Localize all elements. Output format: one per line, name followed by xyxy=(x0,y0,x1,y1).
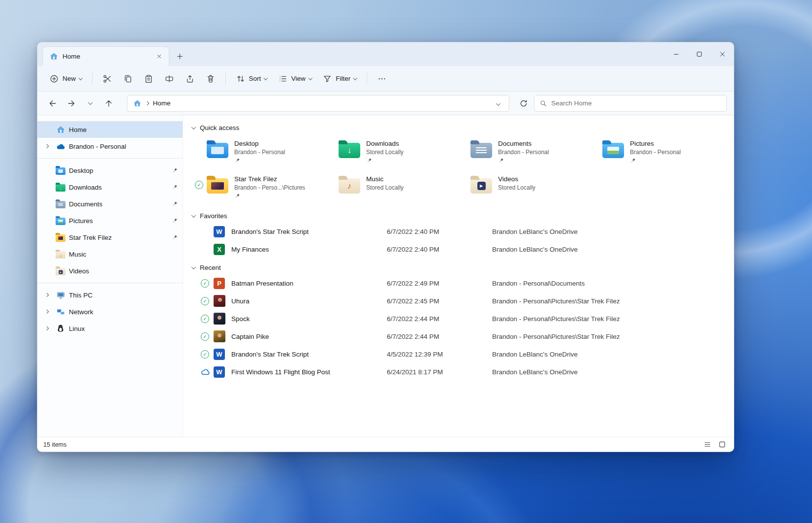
new-label: New xyxy=(62,75,76,82)
expand-chevron[interactable] xyxy=(41,306,52,317)
filter-button[interactable]: Filter xyxy=(317,70,362,88)
file-row[interactable]: ✓ P Batman Presentation 6/7/2022 2:49 PM… xyxy=(190,274,734,292)
large-icons-view-button[interactable] xyxy=(716,439,728,450)
quick-access-tile-music[interactable]: ♪ Music Stored Locally xyxy=(324,173,456,201)
chevron-slot xyxy=(41,232,52,243)
excel-file-icon: X xyxy=(214,244,231,255)
share-icon xyxy=(185,74,195,84)
quick-access-tile-documents[interactable]: Documents Brandon - Personal xyxy=(456,137,588,166)
expand-chevron[interactable] xyxy=(41,290,52,300)
see-more-button[interactable] xyxy=(372,70,392,88)
view-icon xyxy=(278,74,288,84)
navigation-pane: Home Brandon - Personal Desktop ↓ xyxy=(37,115,183,437)
quick-access-tile-pictures[interactable]: Pictures Brandon - Personal xyxy=(588,137,719,166)
quick-access-tile-downloads[interactable]: ↓ Downloads Stored Locally xyxy=(324,137,456,166)
chevron-slot xyxy=(41,165,52,176)
delete-button[interactable] xyxy=(201,70,220,88)
back-button[interactable] xyxy=(44,95,61,112)
close-window-button[interactable] xyxy=(711,42,734,66)
file-location: Brandon LeBlanc's OneDrive xyxy=(492,246,734,253)
expand-chevron[interactable] xyxy=(41,323,52,334)
maximize-icon xyxy=(696,51,703,58)
address-bar[interactable]: Home xyxy=(127,95,509,112)
sidebar-item-label: Documents xyxy=(69,200,169,208)
tile-location: Stored Locally xyxy=(498,184,535,191)
chevron-down-icon xyxy=(88,100,93,105)
videos-folder-icon: ▶ xyxy=(470,175,492,194)
chevron-right-icon xyxy=(45,310,49,314)
sidebar-item-label: Linux xyxy=(69,325,178,332)
pin-icon xyxy=(234,157,285,164)
sidebar-item-star-trek-filez[interactable]: Star Trek Filez xyxy=(37,229,183,246)
file-row[interactable]: ✓ W Brandon's Star Trek Script 4/5/2022 … xyxy=(190,345,734,363)
section-header-favorites[interactable]: Favorites xyxy=(190,209,734,223)
sidebar-item-videos[interactable]: ▶ Videos xyxy=(37,262,183,279)
file-date: 6/7/2022 2:49 PM xyxy=(387,280,492,287)
tile-name: Pictures xyxy=(630,140,681,147)
maximize-button[interactable] xyxy=(687,42,711,66)
sidebar-item-linux[interactable]: Linux xyxy=(37,320,183,337)
file-row[interactable]: X My Finances 6/7/2022 2:40 PM Brandon L… xyxy=(190,240,734,258)
chevron-right-icon xyxy=(45,144,49,148)
file-location: Brandon LeBlanc's OneDrive xyxy=(492,228,734,235)
details-view-button[interactable] xyxy=(701,439,713,450)
address-dropdown-button[interactable] xyxy=(494,98,503,109)
synced-icon: ✓ xyxy=(201,350,214,359)
file-location: Brandon LeBlanc's OneDrive xyxy=(492,368,734,376)
file-row[interactable]: W Brandon's Star Trek Script 6/7/2022 2:… xyxy=(190,223,734,240)
badge-slot: ✓ xyxy=(195,181,207,189)
paste-button[interactable] xyxy=(139,70,158,88)
section-header-quick-access[interactable]: Quick access xyxy=(190,121,734,134)
file-row[interactable]: ✓ Spock 6/7/2022 2:44 PM Brandon - Perso… xyxy=(190,310,734,327)
tab-home[interactable]: Home xyxy=(42,46,169,66)
section-title: Recent xyxy=(200,264,221,271)
sidebar-item-home[interactable]: Home xyxy=(37,121,183,138)
sort-button[interactable]: Sort xyxy=(231,70,272,88)
new-tab-button[interactable] xyxy=(172,49,187,64)
chevron-down-icon xyxy=(79,76,83,80)
ellipsis-icon xyxy=(377,74,387,84)
share-button[interactable] xyxy=(180,70,200,88)
chevron-slot xyxy=(41,249,52,260)
tab-title: Home xyxy=(62,53,149,60)
search-box[interactable] xyxy=(534,95,727,112)
quick-access-tile-videos[interactable]: ▶ Videos Stored Locally xyxy=(456,173,588,201)
tab-close-button[interactable] xyxy=(153,51,165,63)
sidebar-item-this-pc[interactable]: This PC xyxy=(37,287,183,303)
sidebar-item-downloads[interactable]: ↓ Downloads xyxy=(37,179,183,196)
view-toggles xyxy=(701,439,728,450)
file-row[interactable]: ✓ Uhura 6/7/2022 2:45 PM Brandon - Perso… xyxy=(190,292,734,310)
refresh-button[interactable] xyxy=(515,95,532,112)
forward-button[interactable] xyxy=(63,95,80,112)
section-header-recent[interactable]: Recent xyxy=(190,261,734,274)
recent-locations-button[interactable] xyxy=(82,95,98,112)
sidebar-item-onedrive-personal[interactable]: Brandon - Personal xyxy=(37,138,183,155)
view-button[interactable]: View xyxy=(273,70,317,88)
image-thumbnail xyxy=(214,313,231,325)
sidebar-item-music[interactable]: ♪ Music xyxy=(37,246,183,262)
quick-access-tile-desktop[interactable]: Desktop Brandon - Personal xyxy=(192,137,324,166)
search-input[interactable] xyxy=(551,99,721,107)
new-button[interactable]: New xyxy=(44,70,87,88)
sidebar-item-desktop[interactable]: Desktop xyxy=(37,162,183,179)
network-icon xyxy=(55,306,66,317)
file-name: Brandon's Star Trek Script xyxy=(231,351,387,358)
plus-icon xyxy=(177,53,183,60)
sidebar-item-pictures[interactable]: Pictures xyxy=(37,212,183,229)
cut-button[interactable] xyxy=(97,70,117,88)
file-location: Brandon - Personal\Documents xyxy=(492,280,734,287)
sidebar-item-documents[interactable]: Documents xyxy=(37,196,183,212)
word-file-icon: W xyxy=(214,366,231,378)
chevron-down-icon xyxy=(191,213,196,218)
copy-button[interactable] xyxy=(118,70,138,88)
up-button[interactable] xyxy=(100,95,117,112)
sidebar-item-network[interactable]: Network xyxy=(37,303,183,320)
file-row[interactable]: ✓ Captain Pike 6/7/2022 2:44 PM Brandon … xyxy=(190,327,734,345)
file-date: 6/7/2022 2:45 PM xyxy=(387,297,492,305)
expand-chevron[interactable] xyxy=(41,141,52,152)
file-row[interactable]: W First Windows 11 Flight Blog Post 6/24… xyxy=(190,363,734,381)
breadcrumb-home[interactable]: Home xyxy=(153,99,171,107)
rename-button[interactable] xyxy=(159,70,179,88)
minimize-button[interactable] xyxy=(664,42,687,66)
quick-access-tile-star-trek-filez[interactable]: ✓ Star Trek Filez Brandon - Perso...\Pic… xyxy=(192,173,324,201)
